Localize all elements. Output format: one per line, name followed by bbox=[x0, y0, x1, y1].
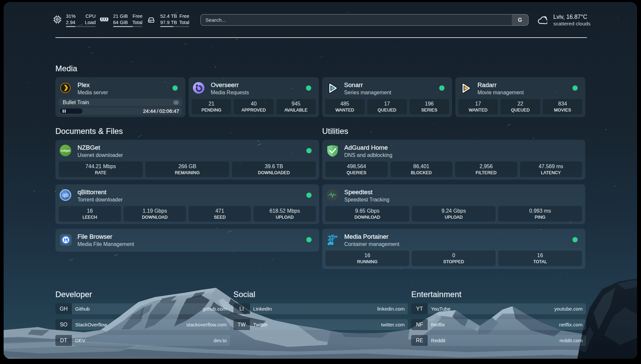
svg-text:qb: qb bbox=[62, 192, 68, 198]
svg-text:nzbget: nzbget bbox=[61, 149, 70, 152]
